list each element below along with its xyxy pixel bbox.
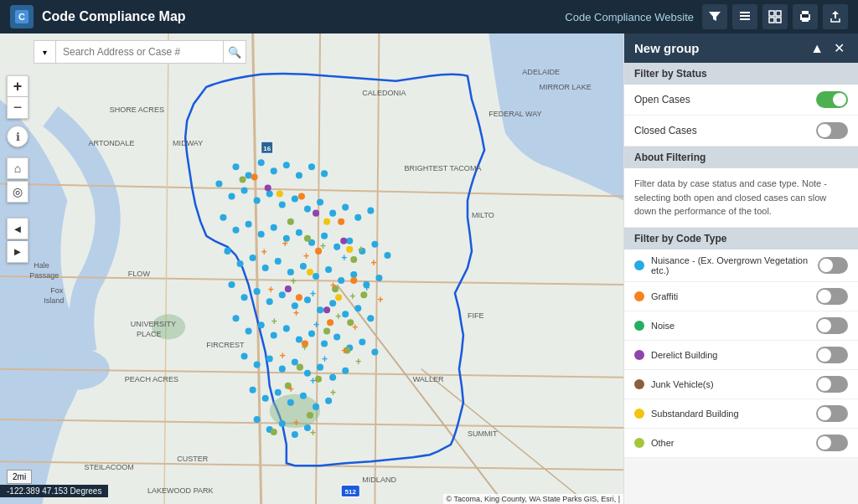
svg-point-142 [313, 210, 319, 217]
svg-point-109 [275, 389, 282, 396]
forward-button[interactable]: ► [7, 241, 28, 263]
svg-point-135 [338, 219, 344, 225]
back-button[interactable]: ◄ [7, 218, 28, 239]
svg-rect-8 [776, 18, 781, 23]
svg-text:+: + [291, 275, 297, 287]
svg-text:+: + [341, 345, 347, 357]
svg-point-134 [298, 193, 305, 200]
graffiti-toggle[interactable] [816, 288, 848, 305]
svg-point-68 [313, 273, 319, 280]
svg-point-78 [279, 291, 286, 298]
noise-label: Noise [651, 321, 675, 331]
derelict-building-toggle[interactable] [816, 347, 848, 363]
svg-point-116 [279, 420, 286, 427]
filter-tool-btn[interactable] [702, 4, 727, 29]
panel-header-buttons: ▲ ✕ [807, 40, 848, 56]
search-go-button[interactable]: 🔍 [223, 40, 246, 64]
app-logo: C [10, 5, 34, 28]
nuisance-toggle[interactable] [818, 257, 848, 274]
svg-point-41 [304, 206, 311, 213]
scale-bar: 2mi [7, 470, 32, 484]
svg-text:C: C [18, 12, 25, 22]
junk-vehicle-toggle[interactable] [816, 376, 848, 393]
svg-point-36 [241, 187, 248, 193]
junk-vehicle-color-dot [634, 379, 644, 389]
svg-point-122 [350, 256, 357, 263]
home-button[interactable]: ⌂ [7, 157, 28, 179]
svg-point-67 [300, 263, 307, 270]
substandard-building-filter-row: Substandard Building [624, 399, 858, 429]
svg-text:+: + [370, 257, 376, 269]
svg-text:+: + [358, 244, 364, 255]
search-dropdown-arrow[interactable]: ▾ [34, 40, 55, 64]
noise-toggle[interactable] [816, 317, 848, 334]
svg-point-121 [304, 235, 311, 242]
panel-close-button[interactable]: ✕ [830, 40, 848, 56]
svg-point-141 [265, 184, 271, 191]
svg-point-101 [279, 366, 286, 373]
svg-text:FEDERAL WAY: FEDERAL WAY [488, 110, 541, 118]
substandard-building-toggle[interactable] [816, 405, 848, 422]
svg-text:ARTONDALE: ARTONDALE [89, 139, 135, 147]
open-cases-label: Open Cases [634, 94, 690, 105]
svg-point-77 [266, 298, 273, 305]
svg-text:+: + [366, 313, 372, 325]
svg-point-112 [313, 404, 319, 410]
svg-point-53 [296, 229, 302, 236]
search-input[interactable] [55, 40, 223, 64]
svg-point-93 [321, 340, 328, 347]
svg-rect-4 [740, 12, 750, 13]
coordinates-display: -122.389 47.153 Degrees [0, 485, 108, 497]
svg-point-145 [323, 306, 330, 313]
noise-color-dot [634, 321, 644, 331]
svg-point-45 [354, 214, 361, 221]
svg-point-94 [333, 333, 340, 340]
other-toggle[interactable] [816, 435, 848, 451]
filter-code-type-header: Filter by Code Type [624, 228, 858, 249]
svg-text:STEILACOOM: STEILACOOM [85, 463, 134, 471]
about-filtering-body: Filter data by case status and case type… [624, 168, 858, 228]
share-tool-btn[interactable] [823, 4, 848, 29]
svg-text:+: + [261, 246, 267, 258]
svg-text:LAKEWOOD PARK: LAKEWOOD PARK [147, 486, 214, 495]
svg-point-98 [241, 353, 248, 360]
map-container[interactable]: + + + + + + + + + + + + + + + + + + + + … [0, 33, 623, 504]
layers-tool-btn[interactable] [732, 4, 757, 29]
svg-rect-6 [776, 11, 781, 16]
svg-text:MIRROR LAKE: MIRROR LAKE [539, 83, 591, 91]
svg-point-39 [279, 202, 286, 208]
print-tool-btn[interactable] [793, 4, 818, 29]
svg-text:WALLER: WALLER [413, 375, 444, 383]
filter-status-header: Filter by Status [624, 63, 858, 85]
svg-point-97 [371, 349, 378, 356]
zoom-out-button[interactable]: − [7, 97, 28, 119]
panel-collapse-button[interactable]: ▲ [807, 40, 827, 56]
info-button[interactable]: ℹ [7, 126, 28, 147]
search-bar[interactable]: ▾ 🔍 [34, 40, 246, 64]
svg-point-104 [317, 364, 323, 371]
svg-text:+: + [341, 252, 347, 264]
svg-point-120 [287, 219, 294, 225]
graffiti-color-dot [634, 291, 644, 301]
svg-point-42 [317, 199, 323, 206]
svg-point-138 [296, 294, 302, 301]
header-link[interactable]: Code Compliance Website [565, 11, 694, 23]
svg-point-83 [342, 311, 349, 317]
svg-point-133 [251, 173, 258, 180]
svg-text:CALEDONIA: CALEDONIA [362, 89, 406, 97]
closed-cases-toggle[interactable] [816, 122, 848, 139]
locate-button[interactable]: ◎ [7, 181, 28, 203]
open-cases-toggle[interactable] [816, 91, 848, 108]
zoom-in-button[interactable]: + [7, 75, 28, 97]
svg-text:MIDWAY: MIDWAY [173, 139, 203, 147]
svg-text:UNIVERSITY: UNIVERSITY [131, 320, 176, 328]
other-label: Other [651, 438, 675, 448]
svg-text:+: + [355, 356, 361, 368]
basemap-tool-btn[interactable] [762, 4, 788, 29]
svg-rect-9 [802, 14, 809, 18]
svg-point-26 [232, 163, 239, 170]
svg-text:16: 16 [263, 145, 271, 152]
svg-point-150 [335, 294, 342, 301]
svg-point-90 [283, 325, 290, 332]
svg-text:+: + [310, 288, 316, 300]
